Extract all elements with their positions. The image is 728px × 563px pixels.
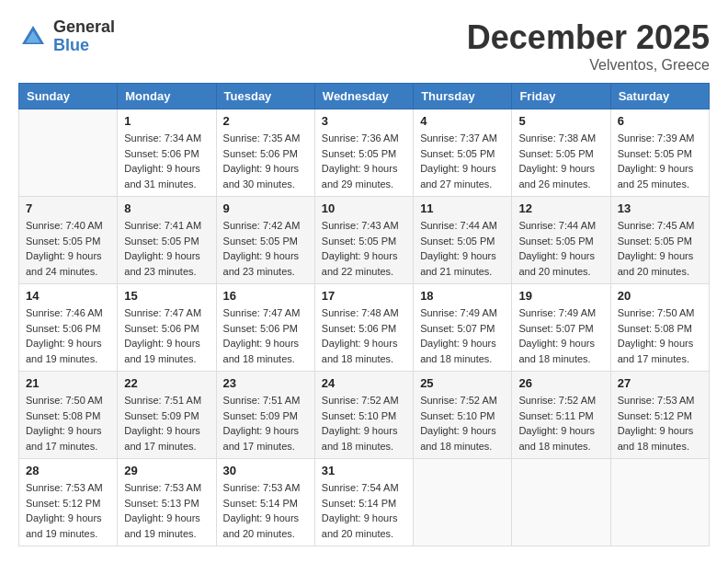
day-cell [414,459,512,546]
day-info: Sunrise: 7:41 AMSunset: 5:05 PMDaylight:… [124,218,209,279]
day-cell [610,459,709,546]
day-info: Sunrise: 7:54 AMSunset: 5:14 PMDaylight:… [322,480,406,541]
day-cell: 24Sunrise: 7:52 AMSunset: 5:10 PMDayligh… [314,372,413,459]
day-number: 5 [518,114,603,128]
day-number: 12 [518,201,603,215]
page-header: General Blue December 2025 Velventos, Gr… [18,18,710,74]
day-info: Sunrise: 7:49 AMSunset: 5:07 PMDaylight:… [518,305,603,366]
week-row-3: 14Sunrise: 7:46 AMSunset: 5:06 PMDayligh… [19,284,710,372]
day-cell: 9Sunrise: 7:42 AMSunset: 5:05 PMDaylight… [216,197,314,284]
day-info: Sunrise: 7:38 AMSunset: 5:05 PMDaylight:… [518,131,603,191]
logo-icon [18,22,48,52]
day-number: 26 [518,376,603,390]
day-info: Sunrise: 7:43 AMSunset: 5:05 PMDaylight:… [322,218,406,279]
logo: General Blue [18,18,115,55]
day-info: Sunrise: 7:52 AMSunset: 5:11 PMDaylight:… [518,393,603,454]
day-cell: 3Sunrise: 7:36 AMSunset: 5:05 PMDaylight… [314,109,413,197]
weekday-header-sunday: Sunday [19,84,118,109]
day-info: Sunrise: 7:37 AMSunset: 5:05 PMDaylight:… [420,131,505,191]
day-cell: 10Sunrise: 7:43 AMSunset: 5:05 PMDayligh… [314,197,413,284]
day-number: 16 [223,289,308,303]
week-row-5: 28Sunrise: 7:53 AMSunset: 5:12 PMDayligh… [19,459,710,546]
day-info: Sunrise: 7:35 AMSunset: 5:06 PMDaylight:… [223,131,308,191]
weekday-header-thursday: Thursday [414,84,512,109]
day-info: Sunrise: 7:53 AMSunset: 5:14 PMDaylight:… [223,480,308,541]
day-number: 21 [26,376,110,390]
day-cell: 6Sunrise: 7:39 AMSunset: 5:05 PMDaylight… [610,109,709,197]
day-number: 14 [26,289,110,303]
day-cell: 11Sunrise: 7:44 AMSunset: 5:05 PMDayligh… [414,197,512,284]
weekday-header-saturday: Saturday [610,84,709,109]
day-number: 8 [124,201,209,215]
day-info: Sunrise: 7:44 AMSunset: 5:05 PMDaylight:… [420,218,505,279]
day-info: Sunrise: 7:42 AMSunset: 5:05 PMDaylight:… [223,218,308,279]
day-number: 24 [322,376,406,390]
day-number: 28 [26,464,110,477]
day-cell: 14Sunrise: 7:46 AMSunset: 5:06 PMDayligh… [19,284,118,372]
day-cell: 18Sunrise: 7:49 AMSunset: 5:07 PMDayligh… [414,284,512,372]
day-cell: 8Sunrise: 7:41 AMSunset: 5:05 PMDaylight… [118,197,216,284]
day-cell: 28Sunrise: 7:53 AMSunset: 5:12 PMDayligh… [19,459,118,546]
week-row-2: 7Sunrise: 7:40 AMSunset: 5:05 PMDaylight… [19,197,710,284]
day-cell: 19Sunrise: 7:49 AMSunset: 5:07 PMDayligh… [512,284,610,372]
day-cell: 17Sunrise: 7:48 AMSunset: 5:06 PMDayligh… [314,284,413,372]
day-info: Sunrise: 7:44 AMSunset: 5:05 PMDaylight:… [518,218,603,279]
day-info: Sunrise: 7:50 AMSunset: 5:08 PMDaylight:… [26,393,110,454]
day-cell: 25Sunrise: 7:52 AMSunset: 5:10 PMDayligh… [414,372,512,459]
logo-text: General Blue [53,18,115,55]
day-cell: 22Sunrise: 7:51 AMSunset: 5:09 PMDayligh… [118,372,216,459]
day-cell: 30Sunrise: 7:53 AMSunset: 5:14 PMDayligh… [216,459,314,546]
day-info: Sunrise: 7:51 AMSunset: 5:09 PMDaylight:… [124,393,209,454]
day-cell: 15Sunrise: 7:47 AMSunset: 5:06 PMDayligh… [118,284,216,372]
day-cell: 21Sunrise: 7:50 AMSunset: 5:08 PMDayligh… [19,372,118,459]
day-info: Sunrise: 7:53 AMSunset: 5:12 PMDaylight:… [26,480,110,541]
day-info: Sunrise: 7:52 AMSunset: 5:10 PMDaylight:… [322,393,406,454]
day-number: 4 [420,114,505,128]
day-number: 13 [618,201,702,215]
weekday-header-row: SundayMondayTuesdayWednesdayThursdayFrid… [19,84,710,109]
day-info: Sunrise: 7:49 AMSunset: 5:07 PMDaylight:… [420,305,505,366]
weekday-header-monday: Monday [118,84,216,109]
day-info: Sunrise: 7:50 AMSunset: 5:08 PMDaylight:… [618,305,702,366]
day-info: Sunrise: 7:47 AMSunset: 5:06 PMDaylight:… [223,305,308,366]
day-info: Sunrise: 7:39 AMSunset: 5:05 PMDaylight:… [618,131,702,191]
day-number: 22 [124,376,209,390]
logo-general: General [53,18,115,37]
day-info: Sunrise: 7:48 AMSunset: 5:06 PMDaylight:… [322,305,406,366]
day-cell: 7Sunrise: 7:40 AMSunset: 5:05 PMDaylight… [19,197,118,284]
day-info: Sunrise: 7:36 AMSunset: 5:05 PMDaylight:… [322,131,406,191]
weekday-header-tuesday: Tuesday [216,84,314,109]
day-cell: 4Sunrise: 7:37 AMSunset: 5:05 PMDaylight… [414,109,512,197]
day-cell: 16Sunrise: 7:47 AMSunset: 5:06 PMDayligh… [216,284,314,372]
day-cell: 2Sunrise: 7:35 AMSunset: 5:06 PMDaylight… [216,109,314,197]
day-number: 25 [420,376,505,390]
day-number: 29 [124,464,209,477]
day-cell: 27Sunrise: 7:53 AMSunset: 5:12 PMDayligh… [610,372,709,459]
day-number: 27 [618,376,702,390]
day-cell: 23Sunrise: 7:51 AMSunset: 5:09 PMDayligh… [216,372,314,459]
day-info: Sunrise: 7:45 AMSunset: 5:05 PMDaylight:… [618,218,702,279]
day-number: 30 [223,464,308,477]
week-row-1: 1Sunrise: 7:34 AMSunset: 5:06 PMDaylight… [19,109,710,197]
day-number: 18 [420,289,505,303]
day-number: 10 [322,201,406,215]
day-info: Sunrise: 7:46 AMSunset: 5:06 PMDaylight:… [26,305,110,366]
day-number: 11 [420,201,505,215]
day-number: 23 [223,376,308,390]
location: Velventos, Greece [467,57,710,74]
day-info: Sunrise: 7:53 AMSunset: 5:12 PMDaylight:… [618,393,702,454]
day-number: 2 [223,114,308,128]
day-number: 17 [322,289,406,303]
weekday-header-friday: Friday [512,84,610,109]
day-number: 15 [124,289,209,303]
day-number: 9 [223,201,308,215]
week-row-4: 21Sunrise: 7:50 AMSunset: 5:08 PMDayligh… [19,372,710,459]
day-number: 31 [322,464,406,477]
day-number: 6 [618,114,702,128]
day-cell: 13Sunrise: 7:45 AMSunset: 5:05 PMDayligh… [610,197,709,284]
day-info: Sunrise: 7:52 AMSunset: 5:10 PMDaylight:… [420,393,505,454]
title-block: December 2025 Velventos, Greece [467,18,710,74]
day-number: 20 [618,289,702,303]
day-cell: 31Sunrise: 7:54 AMSunset: 5:14 PMDayligh… [314,459,413,546]
day-number: 7 [26,201,110,215]
